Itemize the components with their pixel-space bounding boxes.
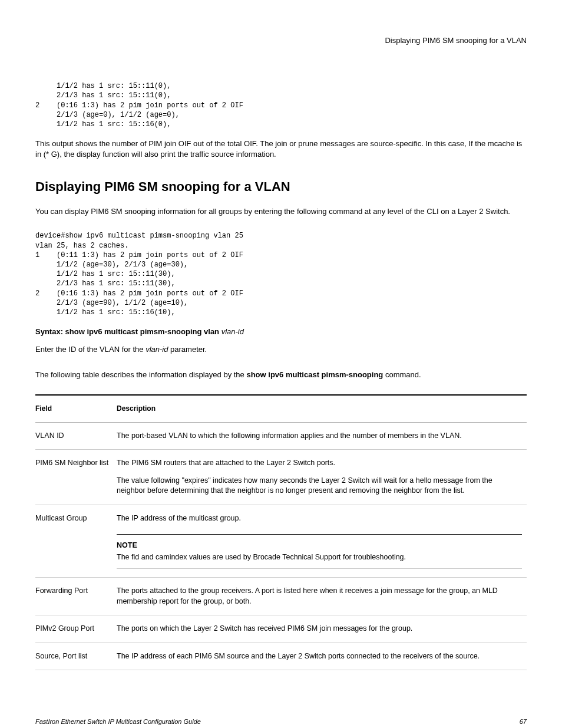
syntax-arg: vlan-id: [222, 327, 244, 336]
page-footer: FastIron Ethernet Switch IP Multicast Co…: [35, 717, 527, 728]
table-row: PIM6 SM Neighbor list The PIM6 SM router…: [35, 450, 527, 505]
desc-cell: The PIM6 SM routers that are attached to…: [117, 450, 527, 505]
explanatory-paragraph-1: This output shows the number of PIM join…: [35, 139, 527, 160]
note-label: NOTE: [117, 541, 522, 551]
desc-cell: The ports attached to the group receiver…: [117, 578, 527, 615]
field-cell: Forwarding Port: [35, 578, 117, 615]
page-number: 67: [520, 717, 527, 728]
field-cell: PIMv2 Group Port: [35, 615, 117, 643]
table-row: VLAN ID The port-based VLAN to which the…: [35, 422, 527, 450]
command-bold: show ipv6 multicast pimsm-snooping: [246, 370, 383, 379]
table-row: Forwarding Port The ports attached to th…: [35, 578, 527, 615]
intro-paragraph: You can display PIM6 SM snooping informa…: [35, 206, 527, 217]
desc-cell: The IP address of the multicast group. N…: [117, 505, 527, 578]
vlan-id-italic: vlan-id: [146, 345, 168, 354]
footer-left: FastIron Ethernet Switch IP Multicast Co…: [35, 717, 201, 728]
text-part: parameter.: [168, 345, 207, 354]
desc-cell: The IP address of each PIM6 SM source an…: [117, 643, 527, 670]
desc-cell: The port-based VLAN to which the followi…: [117, 422, 527, 450]
field-cell: Multicast Group: [35, 505, 117, 578]
syntax-line: Syntax: show ipv6 multicast pimsm-snoopi…: [35, 327, 527, 337]
footer-doc-title: FastIron Ethernet Switch IP Multicast Co…: [35, 717, 201, 726]
text-part: The following table describes the inform…: [35, 370, 246, 379]
table-row: Multicast Group The IP address of the mu…: [35, 505, 527, 578]
text-part: command.: [383, 370, 421, 379]
field-description-table: Field Description VLAN ID The port-based…: [35, 394, 527, 670]
header-title: Displaying PIM6 SM snooping for a VLAN: [385, 36, 527, 45]
section-heading: Displaying PIM6 SM snooping for a VLAN: [35, 178, 527, 196]
note-block: NOTE The fid and camindex values are use…: [117, 534, 522, 569]
field-cell: PIM6 SM Neighbor list: [35, 450, 117, 505]
vlan-id-paragraph: Enter the ID of the VLAN for the vlan-id…: [35, 344, 527, 355]
code-output-1: 1/1/2 has 1 src: 15::11(0), 2/1/3 has 1 …: [35, 81, 527, 129]
field-cell: VLAN ID: [35, 422, 117, 450]
syntax-prefix: Syntax: show ipv6 multicast pimsm-snoopi…: [35, 327, 219, 336]
desc-paragraph: The PIM6 SM routers that are attached to…: [117, 458, 522, 469]
desc-paragraph: The value following "expires" indicates …: [117, 476, 522, 496]
table-intro-paragraph: The following table describes the inform…: [35, 370, 527, 380]
note-text: The fid and camindex values are used by …: [117, 553, 406, 561]
table-row: PIMv2 Group Port The ports on which the …: [35, 615, 527, 643]
field-cell: Source, Port list: [35, 643, 117, 670]
code-output-2: device#show ipv6 multicast pimsm-snoopin…: [35, 231, 527, 317]
table-header-description: Description: [117, 395, 527, 422]
table-header-field: Field: [35, 395, 117, 422]
desc-cell: The ports on which the Layer 2 Switch ha…: [117, 615, 527, 643]
desc-paragraph: The IP address of the multicast group.: [117, 513, 522, 524]
page-header: Displaying PIM6 SM snooping for a VLAN: [35, 35, 527, 46]
table-row: Source, Port list The IP address of each…: [35, 643, 527, 670]
text-part: Enter the ID of the VLAN for the: [35, 345, 146, 354]
